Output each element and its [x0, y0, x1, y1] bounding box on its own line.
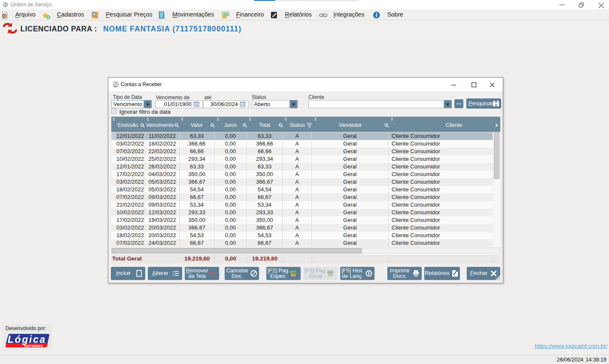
svg-text:100: 100	[291, 271, 296, 274]
svg-text:Lógica: Lógica	[8, 334, 45, 345]
svg-text:SOFTWARES: SOFTWARES	[24, 344, 43, 347]
svg-text:100: 100	[223, 13, 228, 16]
svg-text:100: 100	[328, 271, 333, 274]
